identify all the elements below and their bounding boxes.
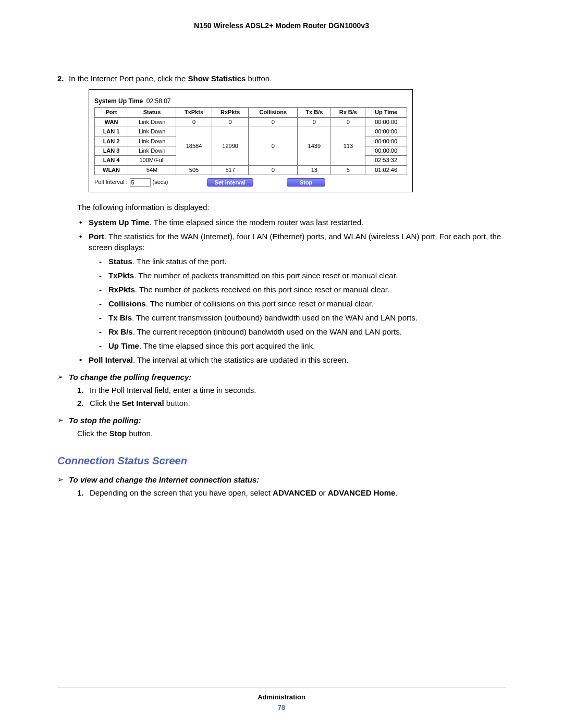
task-change-polling: ➢ To change the polling frequency: xyxy=(57,372,506,382)
col-txpkts: TxPkts xyxy=(176,108,212,117)
list-item: Tx B/s. The current transmission (outbou… xyxy=(99,312,506,323)
list-item: Poll Interval. The interval at which the… xyxy=(77,354,506,365)
statistics-screenshot: System Up Time 02:58:07 Port Status TxPk… xyxy=(89,89,413,193)
system-up-time: System Up Time 02:58:07 xyxy=(94,97,407,106)
list-item: Port. The statistics for the WAN (Intern… xyxy=(77,231,506,351)
list-item: Depending on the screen that you have op… xyxy=(77,487,506,498)
table-header-row: Port Status TxPkts RxPkts Collisions Tx … xyxy=(95,108,407,117)
list-item: Click the Set Interval button. xyxy=(77,398,506,409)
poll-interval-input[interactable] xyxy=(130,178,151,187)
intro-text: The following information is displayed: xyxy=(77,202,506,213)
footer-page-number: 78 xyxy=(57,703,506,712)
list-item: RxPkts. The number of packets received o… xyxy=(99,284,506,295)
col-status: Status xyxy=(128,108,176,117)
section-heading: Connection Status Screen xyxy=(57,453,506,468)
stop-button[interactable]: Stop xyxy=(287,178,325,187)
table-row: LAN 1 Link Down 18584 12990 0 1439 113 0… xyxy=(95,127,407,137)
col-rxpkts: RxPkts xyxy=(212,108,249,117)
col-rxbs: Rx B/s xyxy=(331,108,365,117)
task1-steps: In the Poll Interval field, enter a time… xyxy=(77,385,506,409)
task-stop-polling: ➢ To stop the polling: xyxy=(57,415,506,426)
arrow-icon: ➢ xyxy=(57,475,64,485)
list-item: Status. The link status of the port. xyxy=(99,256,506,267)
task-view-connection: ➢ To view and change the Internet connec… xyxy=(57,474,506,485)
info-list: System Up Time. The time elapsed since t… xyxy=(77,217,506,365)
port-fields-list: Status. The link status of the port. TxP… xyxy=(99,256,506,351)
list-item: TxPkts. The number of packets transmitte… xyxy=(99,270,506,281)
poll-unit: (secs) xyxy=(153,178,168,186)
task3-steps: Depending on the screen that you have op… xyxy=(77,487,506,498)
arrow-icon: ➢ xyxy=(57,415,64,426)
list-item: Up Time. The time elapsed since this por… xyxy=(99,340,506,351)
task2-text: Click the Stop button. xyxy=(77,428,506,439)
list-item: System Up Time. The time elapsed since t… xyxy=(77,217,506,228)
step-2: 2. In the Internet Port pane, click the … xyxy=(57,73,506,84)
statistics-table: Port Status TxPkts RxPkts Collisions Tx … xyxy=(94,107,407,175)
poll-label: Poll Interval : xyxy=(94,178,128,186)
page-header-title: N150 Wireless ADSL2+ Modem Router DGN100… xyxy=(57,21,506,31)
col-txbs: Tx B/s xyxy=(298,108,331,117)
arrow-icon: ➢ xyxy=(57,372,64,382)
footer-section: Administration xyxy=(57,693,506,702)
col-port: Port xyxy=(95,108,128,117)
table-row: WAN Link Down 0 0 0 0 0 00:00:00 xyxy=(95,117,407,127)
col-collisions: Collisions xyxy=(249,108,298,117)
table-row: WLAN 54M 505 517 0 13 5 01:02:46 xyxy=(95,165,407,175)
poll-interval-row: Poll Interval : (secs) Set Interval Stop xyxy=(94,178,407,187)
list-item: Collisions. The number of collisions on … xyxy=(99,298,506,309)
col-uptime: Up Time xyxy=(365,108,407,117)
list-item: Rx B/s. The current reception (inbound) … xyxy=(99,326,506,337)
step-text: In the Internet Port pane, click the Sho… xyxy=(69,73,272,84)
list-item: In the Poll Interval field, enter a time… xyxy=(77,385,506,396)
set-interval-button[interactable]: Set Interval xyxy=(207,178,253,187)
step-number: 2. xyxy=(57,73,69,84)
page-footer: Administration 78 xyxy=(57,684,506,712)
